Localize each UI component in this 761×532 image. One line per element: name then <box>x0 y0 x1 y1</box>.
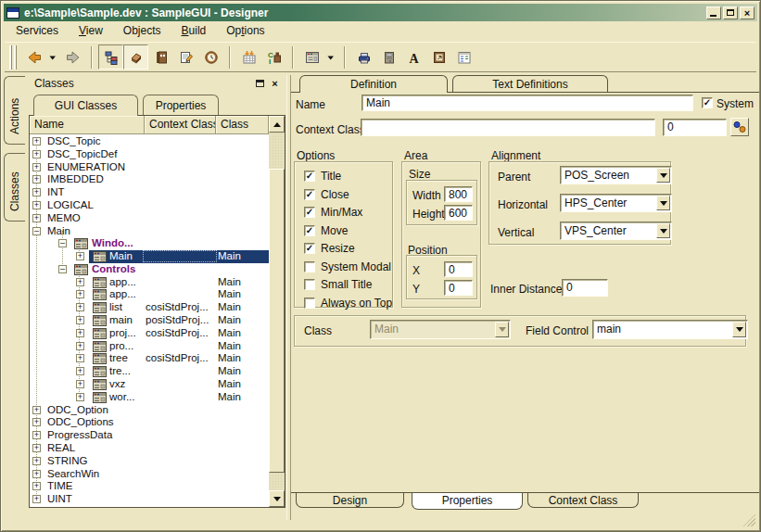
tree-row[interactable]: –Windo... <box>30 237 269 250</box>
y-input[interactable]: 0 <box>444 280 473 296</box>
float-panel-button[interactable] <box>253 77 267 90</box>
context-class-browse-button[interactable] <box>730 118 749 136</box>
checkbox-system-modal[interactable] <box>304 261 315 272</box>
book-button[interactable] <box>148 44 173 70</box>
detail-view-button[interactable] <box>451 44 476 70</box>
vertical-combo-arrow[interactable] <box>656 223 670 238</box>
tree-item-name[interactable]: Controls <box>92 263 135 275</box>
height-input[interactable]: 600 <box>444 205 473 221</box>
checkbox-resize[interactable]: ✓ <box>304 243 315 254</box>
parent-combo-arrow[interactable] <box>656 168 670 183</box>
tree-row[interactable]: +mainposiStdProj...Main <box>30 314 269 327</box>
expand-toggle[interactable]: + <box>76 316 84 324</box>
tab-gui-classes[interactable]: GUI Classes <box>33 95 138 116</box>
close-panel-button[interactable]: × <box>268 77 282 90</box>
maximize-button[interactable] <box>723 6 738 19</box>
tree-item-name[interactable]: pro... <box>109 340 133 352</box>
tree-row[interactable]: +TIME <box>30 480 269 493</box>
tree-row[interactable]: +app...Main <box>30 276 269 289</box>
tree-row[interactable]: +ENUMERATION <box>30 161 269 174</box>
back-arrow-button[interactable] <box>21 44 46 70</box>
tree-row[interactable]: +tre...Main <box>30 365 269 378</box>
inner-distance-input[interactable]: 0 <box>562 279 608 297</box>
tree-item-name[interactable]: DSC_Topic <box>47 135 101 147</box>
expand-toggle[interactable]: + <box>32 150 41 158</box>
tree-row[interactable]: +ProgressData <box>30 429 269 442</box>
field-control-combo[interactable]: main <box>592 320 748 339</box>
expand-toggle[interactable]: + <box>32 457 41 465</box>
tree-item-name[interactable]: MEMO <box>47 212 81 224</box>
column-header-context-class[interactable]: Context Class <box>145 116 216 134</box>
image-button[interactable] <box>426 44 451 70</box>
tree-item-name[interactable]: tree <box>109 352 128 364</box>
tree-row[interactable]: +ODC_Option <box>30 404 269 417</box>
bottom-tab-design[interactable]: Design <box>296 493 404 508</box>
expand-toggle[interactable]: + <box>76 393 84 401</box>
checkbox-move[interactable]: ✓ <box>304 225 315 236</box>
expand-toggle[interactable]: + <box>32 188 41 196</box>
expand-toggle[interactable]: + <box>76 354 84 362</box>
tree-row[interactable]: +MEMO <box>30 212 269 225</box>
tree-row[interactable]: +SearchWin <box>30 468 269 481</box>
checkbox-always-on-top[interactable] <box>304 298 315 309</box>
bottom-tab-context-class[interactable]: Context Class <box>527 493 639 508</box>
side-tab-actions[interactable]: Actions <box>4 76 25 145</box>
menu-item-build[interactable]: Build <box>171 23 217 40</box>
tree-item-name[interactable]: ENUMERATION <box>47 161 125 173</box>
tree-item-name[interactable]: Main <box>47 225 70 237</box>
horizontal-combo-arrow[interactable] <box>656 196 670 210</box>
menu-item-options[interactable]: Options <box>216 23 274 40</box>
compile-button[interactable]: CI <box>261 44 286 70</box>
tree-row[interactable]: +STRING <box>30 455 269 468</box>
expand-toggle[interactable]: – <box>58 239 67 247</box>
tree-item-name[interactable]: vxz <box>109 378 125 390</box>
tree-scrollbar[interactable] <box>269 116 285 507</box>
printer-button[interactable] <box>351 44 376 70</box>
tree-row[interactable]: +treecosiStdProj...Main <box>30 352 269 365</box>
tab-text-definitions[interactable]: Text Definitions <box>452 75 608 92</box>
expand-toggle[interactable]: + <box>76 329 84 337</box>
tree-row[interactable]: +listcosiStdProj...Main <box>30 301 269 314</box>
tree-item-name[interactable]: TIME <box>47 480 72 492</box>
dropdown-arrow-button[interactable] <box>324 44 338 70</box>
expand-toggle[interactable]: + <box>32 495 41 503</box>
menu-item-services[interactable]: Services <box>6 23 69 40</box>
tree-item-name[interactable]: ProgressData <box>47 429 112 441</box>
expand-toggle[interactable]: + <box>76 278 84 286</box>
eraser-button[interactable] <box>123 44 148 70</box>
expand-toggle[interactable]: + <box>76 342 84 350</box>
tab-definition[interactable]: Definition <box>299 75 448 93</box>
expand-toggle[interactable]: + <box>32 163 41 171</box>
scroll-down-button[interactable] <box>269 490 285 507</box>
tree-item-name[interactable]: STRING <box>47 455 87 467</box>
tree-row[interactable]: +REAL <box>30 442 269 455</box>
name-input[interactable]: Main <box>361 95 693 111</box>
checkbox-min-max[interactable]: ✓ <box>304 207 315 218</box>
scroll-up-button[interactable] <box>269 116 285 133</box>
tree-item-name[interactable]: app... <box>109 288 136 300</box>
vertical-combo[interactable]: VPS_Center <box>560 222 672 240</box>
tree-item-name[interactable]: REAL <box>47 442 75 454</box>
tab-properties[interactable]: Properties <box>143 95 219 115</box>
side-tab-classes[interactable]: Classes <box>4 153 25 222</box>
tree-row[interactable]: +IMBEDDED <box>30 173 269 186</box>
width-input[interactable]: 800 <box>444 186 473 202</box>
tree-row[interactable]: +pro...Main <box>30 340 269 353</box>
close-button[interactable]: × <box>740 6 755 19</box>
tree-row[interactable]: +wor...Main <box>30 391 269 404</box>
expand-toggle[interactable]: + <box>32 470 41 478</box>
form-window-button[interactable] <box>299 44 324 70</box>
minimize-button[interactable] <box>706 6 721 19</box>
server-button[interactable] <box>376 44 401 70</box>
tree-row[interactable]: +DSC_TopicDef <box>30 148 269 161</box>
expand-toggle[interactable]: + <box>32 418 41 426</box>
tree-row[interactable]: +MainMain <box>30 250 269 263</box>
import-table-button[interactable] <box>236 44 261 70</box>
tree-row[interactable]: +app...Main <box>30 288 269 301</box>
menu-item-objects[interactable]: Objects <box>113 23 171 40</box>
tree-row[interactable]: +ODC_Options <box>30 416 269 429</box>
scrollbar-thumb[interactable] <box>269 169 285 473</box>
resize-grip[interactable] <box>742 513 755 526</box>
class-hierarchy-button[interactable] <box>98 44 123 70</box>
checkbox-close[interactable]: ✓ <box>304 189 315 200</box>
